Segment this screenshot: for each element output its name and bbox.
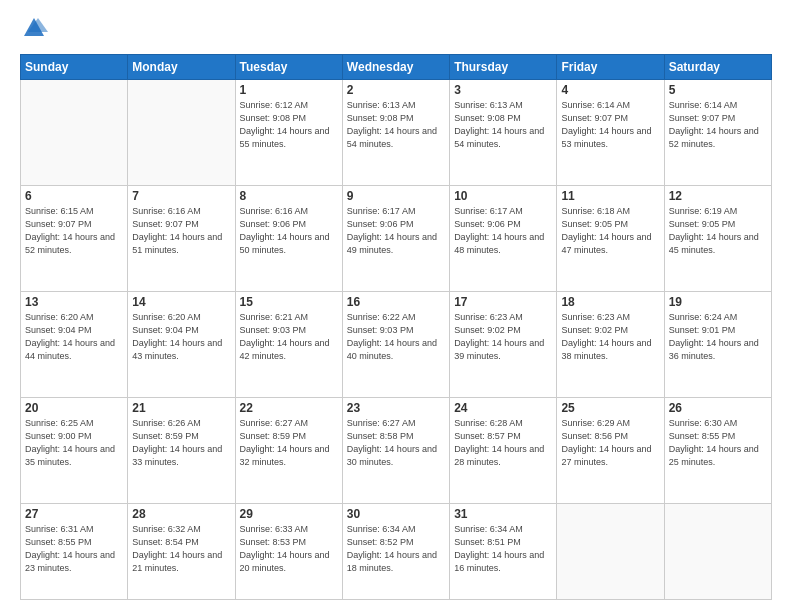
calendar-cell: 18Sunrise: 6:23 AMSunset: 9:02 PMDayligh… — [557, 291, 664, 397]
weekday-header-thursday: Thursday — [450, 55, 557, 80]
weekday-header-sunday: Sunday — [21, 55, 128, 80]
calendar-week-3: 13Sunrise: 6:20 AMSunset: 9:04 PMDayligh… — [21, 291, 772, 397]
day-number: 3 — [454, 83, 552, 97]
day-number: 17 — [454, 295, 552, 309]
day-info: Sunrise: 6:14 AMSunset: 9:07 PMDaylight:… — [561, 99, 659, 151]
day-number: 11 — [561, 189, 659, 203]
day-number: 15 — [240, 295, 338, 309]
calendar-cell: 11Sunrise: 6:18 AMSunset: 9:05 PMDayligh… — [557, 185, 664, 291]
calendar-cell: 21Sunrise: 6:26 AMSunset: 8:59 PMDayligh… — [128, 397, 235, 503]
calendar-cell — [128, 80, 235, 186]
day-info: Sunrise: 6:33 AMSunset: 8:53 PMDaylight:… — [240, 523, 338, 575]
day-number: 26 — [669, 401, 767, 415]
day-info: Sunrise: 6:21 AMSunset: 9:03 PMDaylight:… — [240, 311, 338, 363]
day-number: 4 — [561, 83, 659, 97]
day-number: 30 — [347, 507, 445, 521]
page: SundayMondayTuesdayWednesdayThursdayFrid… — [0, 0, 792, 612]
day-number: 14 — [132, 295, 230, 309]
calendar-cell — [664, 503, 771, 599]
day-number: 25 — [561, 401, 659, 415]
calendar-cell: 30Sunrise: 6:34 AMSunset: 8:52 PMDayligh… — [342, 503, 449, 599]
logo-icon — [20, 14, 48, 42]
calendar-week-4: 20Sunrise: 6:25 AMSunset: 9:00 PMDayligh… — [21, 397, 772, 503]
day-info: Sunrise: 6:24 AMSunset: 9:01 PMDaylight:… — [669, 311, 767, 363]
day-info: Sunrise: 6:14 AMSunset: 9:07 PMDaylight:… — [669, 99, 767, 151]
calendar-cell: 29Sunrise: 6:33 AMSunset: 8:53 PMDayligh… — [235, 503, 342, 599]
calendar-cell: 12Sunrise: 6:19 AMSunset: 9:05 PMDayligh… — [664, 185, 771, 291]
day-info: Sunrise: 6:23 AMSunset: 9:02 PMDaylight:… — [561, 311, 659, 363]
calendar-week-2: 6Sunrise: 6:15 AMSunset: 9:07 PMDaylight… — [21, 185, 772, 291]
weekday-header-saturday: Saturday — [664, 55, 771, 80]
calendar-cell — [21, 80, 128, 186]
day-number: 22 — [240, 401, 338, 415]
day-number: 31 — [454, 507, 552, 521]
day-info: Sunrise: 6:25 AMSunset: 9:00 PMDaylight:… — [25, 417, 123, 469]
day-info: Sunrise: 6:22 AMSunset: 9:03 PMDaylight:… — [347, 311, 445, 363]
day-info: Sunrise: 6:16 AMSunset: 9:07 PMDaylight:… — [132, 205, 230, 257]
calendar-week-1: 1Sunrise: 6:12 AMSunset: 9:08 PMDaylight… — [21, 80, 772, 186]
calendar-cell: 20Sunrise: 6:25 AMSunset: 9:00 PMDayligh… — [21, 397, 128, 503]
calendar-cell: 28Sunrise: 6:32 AMSunset: 8:54 PMDayligh… — [128, 503, 235, 599]
day-info: Sunrise: 6:32 AMSunset: 8:54 PMDaylight:… — [132, 523, 230, 575]
day-number: 10 — [454, 189, 552, 203]
day-info: Sunrise: 6:23 AMSunset: 9:02 PMDaylight:… — [454, 311, 552, 363]
calendar-cell — [557, 503, 664, 599]
day-info: Sunrise: 6:20 AMSunset: 9:04 PMDaylight:… — [132, 311, 230, 363]
calendar-cell: 15Sunrise: 6:21 AMSunset: 9:03 PMDayligh… — [235, 291, 342, 397]
day-number: 1 — [240, 83, 338, 97]
day-number: 23 — [347, 401, 445, 415]
day-number: 20 — [25, 401, 123, 415]
day-info: Sunrise: 6:18 AMSunset: 9:05 PMDaylight:… — [561, 205, 659, 257]
day-number: 5 — [669, 83, 767, 97]
day-info: Sunrise: 6:13 AMSunset: 9:08 PMDaylight:… — [454, 99, 552, 151]
day-info: Sunrise: 6:28 AMSunset: 8:57 PMDaylight:… — [454, 417, 552, 469]
day-info: Sunrise: 6:19 AMSunset: 9:05 PMDaylight:… — [669, 205, 767, 257]
calendar-table: SundayMondayTuesdayWednesdayThursdayFrid… — [20, 54, 772, 600]
calendar-cell: 4Sunrise: 6:14 AMSunset: 9:07 PMDaylight… — [557, 80, 664, 186]
day-info: Sunrise: 6:27 AMSunset: 8:59 PMDaylight:… — [240, 417, 338, 469]
weekday-header-friday: Friday — [557, 55, 664, 80]
calendar-cell: 3Sunrise: 6:13 AMSunset: 9:08 PMDaylight… — [450, 80, 557, 186]
day-info: Sunrise: 6:17 AMSunset: 9:06 PMDaylight:… — [454, 205, 552, 257]
day-number: 29 — [240, 507, 338, 521]
day-info: Sunrise: 6:16 AMSunset: 9:06 PMDaylight:… — [240, 205, 338, 257]
logo — [20, 16, 52, 44]
calendar-cell: 27Sunrise: 6:31 AMSunset: 8:55 PMDayligh… — [21, 503, 128, 599]
day-number: 8 — [240, 189, 338, 203]
day-number: 24 — [454, 401, 552, 415]
calendar-cell: 22Sunrise: 6:27 AMSunset: 8:59 PMDayligh… — [235, 397, 342, 503]
day-number: 12 — [669, 189, 767, 203]
day-info: Sunrise: 6:34 AMSunset: 8:52 PMDaylight:… — [347, 523, 445, 575]
day-info: Sunrise: 6:27 AMSunset: 8:58 PMDaylight:… — [347, 417, 445, 469]
calendar-cell: 16Sunrise: 6:22 AMSunset: 9:03 PMDayligh… — [342, 291, 449, 397]
weekday-header-wednesday: Wednesday — [342, 55, 449, 80]
calendar-cell: 25Sunrise: 6:29 AMSunset: 8:56 PMDayligh… — [557, 397, 664, 503]
day-info: Sunrise: 6:20 AMSunset: 9:04 PMDaylight:… — [25, 311, 123, 363]
calendar-cell: 13Sunrise: 6:20 AMSunset: 9:04 PMDayligh… — [21, 291, 128, 397]
day-info: Sunrise: 6:34 AMSunset: 8:51 PMDaylight:… — [454, 523, 552, 575]
day-info: Sunrise: 6:15 AMSunset: 9:07 PMDaylight:… — [25, 205, 123, 257]
calendar-cell: 1Sunrise: 6:12 AMSunset: 9:08 PMDaylight… — [235, 80, 342, 186]
calendar-cell: 9Sunrise: 6:17 AMSunset: 9:06 PMDaylight… — [342, 185, 449, 291]
day-number: 19 — [669, 295, 767, 309]
calendar-cell: 24Sunrise: 6:28 AMSunset: 8:57 PMDayligh… — [450, 397, 557, 503]
day-info: Sunrise: 6:12 AMSunset: 9:08 PMDaylight:… — [240, 99, 338, 151]
calendar-cell: 31Sunrise: 6:34 AMSunset: 8:51 PMDayligh… — [450, 503, 557, 599]
day-number: 6 — [25, 189, 123, 203]
day-info: Sunrise: 6:30 AMSunset: 8:55 PMDaylight:… — [669, 417, 767, 469]
calendar-cell: 10Sunrise: 6:17 AMSunset: 9:06 PMDayligh… — [450, 185, 557, 291]
calendar-cell: 5Sunrise: 6:14 AMSunset: 9:07 PMDaylight… — [664, 80, 771, 186]
weekday-header-monday: Monday — [128, 55, 235, 80]
day-number: 9 — [347, 189, 445, 203]
calendar-cell: 7Sunrise: 6:16 AMSunset: 9:07 PMDaylight… — [128, 185, 235, 291]
calendar-cell: 26Sunrise: 6:30 AMSunset: 8:55 PMDayligh… — [664, 397, 771, 503]
day-number: 21 — [132, 401, 230, 415]
day-number: 28 — [132, 507, 230, 521]
day-info: Sunrise: 6:29 AMSunset: 8:56 PMDaylight:… — [561, 417, 659, 469]
day-number: 27 — [25, 507, 123, 521]
day-info: Sunrise: 6:13 AMSunset: 9:08 PMDaylight:… — [347, 99, 445, 151]
day-info: Sunrise: 6:31 AMSunset: 8:55 PMDaylight:… — [25, 523, 123, 575]
day-info: Sunrise: 6:26 AMSunset: 8:59 PMDaylight:… — [132, 417, 230, 469]
calendar-cell: 6Sunrise: 6:15 AMSunset: 9:07 PMDaylight… — [21, 185, 128, 291]
calendar-cell: 2Sunrise: 6:13 AMSunset: 9:08 PMDaylight… — [342, 80, 449, 186]
